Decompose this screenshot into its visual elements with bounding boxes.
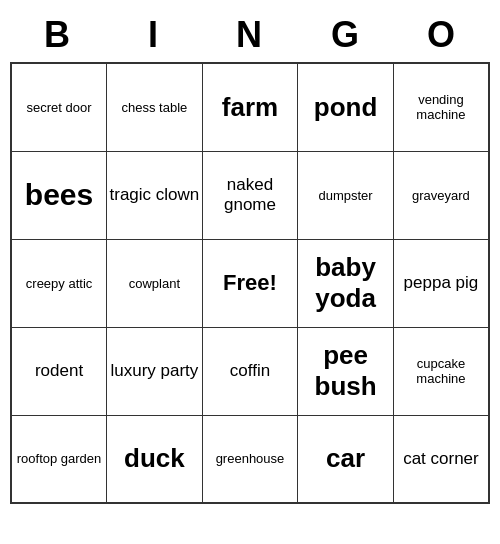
bingo-cell: duck xyxy=(107,415,203,503)
bingo-cell: cat corner xyxy=(393,415,489,503)
bingo-cell: rodent xyxy=(11,327,107,415)
bingo-cell: greenhouse xyxy=(202,415,298,503)
bingo-cell: coffin xyxy=(202,327,298,415)
bingo-cell: peppa pig xyxy=(393,239,489,327)
bingo-cell: cupcake machine xyxy=(393,327,489,415)
bingo-cell: dumpster xyxy=(298,151,394,239)
title-o: O xyxy=(394,14,490,56)
bingo-cell: pee bush xyxy=(298,327,394,415)
bingo-cell: baby yoda xyxy=(298,239,394,327)
bingo-cell: pond xyxy=(298,63,394,151)
bingo-cell: secret door xyxy=(11,63,107,151)
bingo-cell: bees xyxy=(11,151,107,239)
bingo-cell: vending machine xyxy=(393,63,489,151)
bingo-cell: rooftop garden xyxy=(11,415,107,503)
bingo-cell: graveyard xyxy=(393,151,489,239)
bingo-cell: Free! xyxy=(202,239,298,327)
bingo-cell: tragic clown xyxy=(107,151,203,239)
bingo-grid: secret doorchess tablefarmpondvending ma… xyxy=(10,62,490,504)
title-i: I xyxy=(106,14,202,56)
title-b: B xyxy=(10,14,106,56)
bingo-cell: naked gnome xyxy=(202,151,298,239)
title-g: G xyxy=(298,14,394,56)
bingo-cell: creepy attic xyxy=(11,239,107,327)
title-n: N xyxy=(202,14,298,56)
bingo-cell: car xyxy=(298,415,394,503)
bingo-cell: chess table xyxy=(107,63,203,151)
bingo-cell: luxury party xyxy=(107,327,203,415)
bingo-cell: farm xyxy=(202,63,298,151)
bingo-cell: cowplant xyxy=(107,239,203,327)
bingo-title: B I N G O xyxy=(10,10,490,62)
